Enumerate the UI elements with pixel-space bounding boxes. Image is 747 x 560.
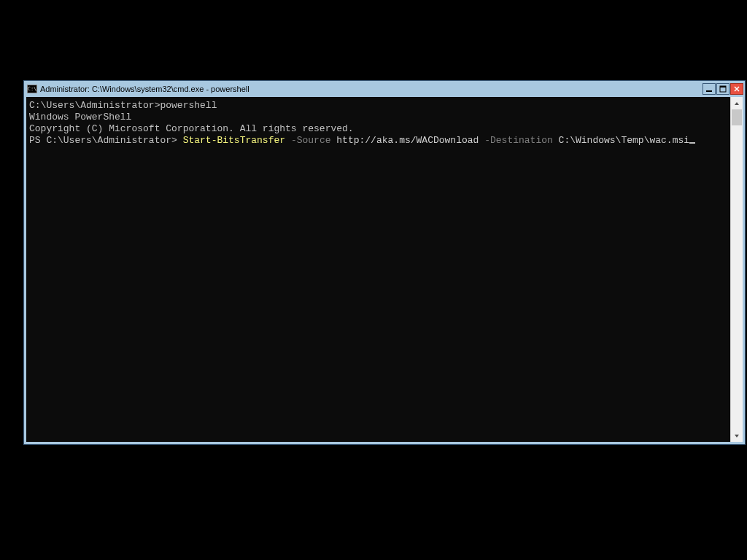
window-title: Administrator: C:\Windows\system32\cmd.e… (40, 85, 703, 93)
terminal-line: PS C:\Users\Administrator> Start-BitsTra… (29, 135, 727, 147)
scrollbar-track[interactable] (731, 109, 743, 429)
console-window: C:\ Administrator: C:\Windows\system32\c… (23, 80, 746, 445)
window-body: C:\Users\Administrator>powershellWindows… (26, 97, 743, 442)
scrollbar[interactable] (730, 97, 743, 442)
scroll-down-button[interactable] (731, 429, 743, 442)
scrollbar-thumb[interactable] (732, 109, 742, 125)
cursor (689, 142, 695, 144)
terminal-line: Windows PowerShell (29, 112, 727, 123)
maximize-button[interactable] (716, 83, 729, 95)
svg-rect-0 (706, 90, 712, 92)
svg-rect-2 (720, 86, 726, 88)
window-controls (703, 83, 743, 95)
minimize-button[interactable] (703, 83, 716, 95)
app-icon: C:\ (27, 85, 37, 93)
terminal-output[interactable]: C:\Users\Administrator>powershellWindows… (26, 97, 730, 442)
terminal-line: C:\Users\Administrator>powershell (29, 100, 727, 112)
close-button[interactable] (730, 83, 743, 95)
titlebar[interactable]: C:\ Administrator: C:\Windows\system32\c… (24, 81, 745, 97)
scroll-up-button[interactable] (731, 97, 743, 109)
terminal-line: Copyright (C) Microsoft Corporation. All… (29, 123, 727, 135)
